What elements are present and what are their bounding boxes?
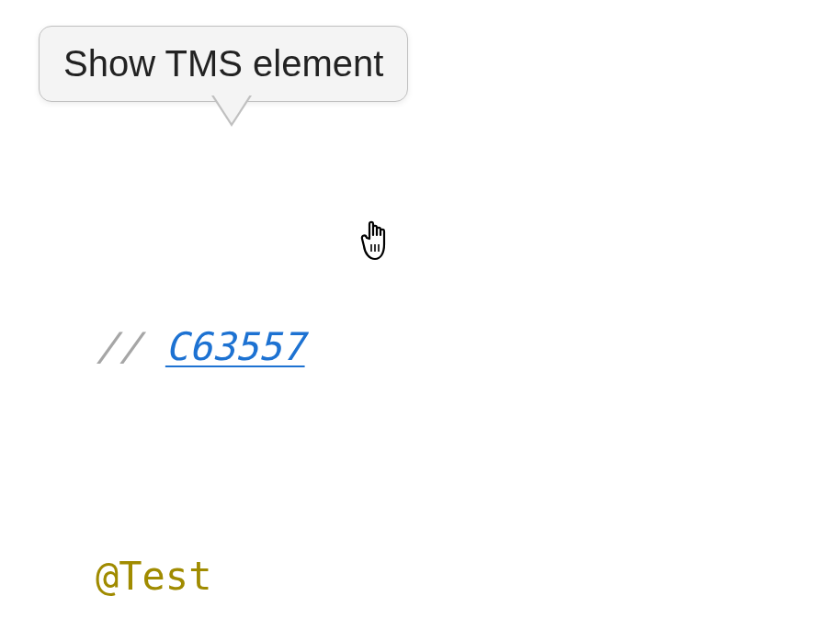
code-line-comment: // C63557 (96, 309, 699, 385)
tooltip: Show TMS element (39, 26, 408, 102)
code-editor[interactable]: // C63557 @Test @MyTmsAnnotation("C63557… (96, 156, 699, 641)
tms-link-comment[interactable]: C63557 (165, 324, 305, 369)
comment-slashes: // (96, 324, 165, 369)
annotation-test: @Test (96, 554, 211, 599)
tooltip-text: Show TMS element (63, 43, 383, 84)
code-line-annotation-test: @Test (96, 538, 699, 614)
